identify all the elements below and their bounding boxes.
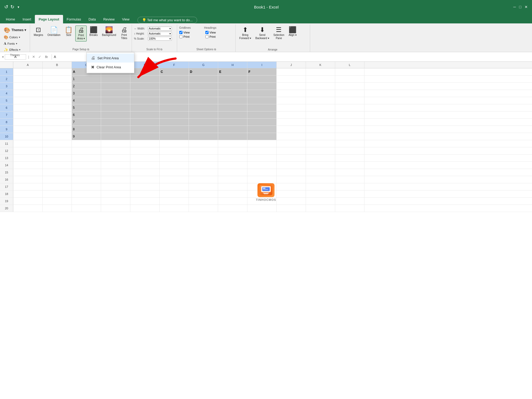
cell[interactable] bbox=[306, 140, 335, 147]
col-header-F[interactable]: F bbox=[160, 62, 189, 68]
cell[interactable] bbox=[43, 176, 72, 183]
col-header-H[interactable]: H bbox=[218, 62, 247, 68]
cell[interactable]: 3 bbox=[72, 90, 101, 97]
cell[interactable] bbox=[13, 97, 43, 104]
cell[interactable] bbox=[130, 162, 160, 169]
cell[interactable] bbox=[130, 176, 160, 183]
cell[interactable] bbox=[189, 205, 218, 212]
cell[interactable] bbox=[247, 97, 277, 104]
cell[interactable] bbox=[247, 176, 277, 183]
cell[interactable] bbox=[13, 176, 43, 183]
cell[interactable] bbox=[277, 198, 306, 205]
breaks-button[interactable]: ⬛ Breaks bbox=[88, 26, 99, 38]
cell[interactable] bbox=[189, 76, 218, 82]
cell[interactable] bbox=[130, 147, 160, 154]
cell[interactable] bbox=[72, 176, 101, 183]
cell[interactable] bbox=[189, 155, 218, 161]
cell[interactable] bbox=[218, 119, 247, 126]
cell[interactable] bbox=[101, 119, 130, 126]
cell[interactable] bbox=[160, 147, 189, 154]
cell[interactable] bbox=[189, 162, 218, 169]
cell[interactable] bbox=[43, 133, 72, 140]
fonts-button[interactable]: 𝐀 Fonts ▾ bbox=[2, 40, 28, 47]
cell[interactable] bbox=[218, 83, 247, 90]
cell[interactable] bbox=[43, 155, 72, 161]
send-backward-button[interactable]: ⬇ SendBackward ▾ bbox=[254, 26, 271, 41]
cell[interactable] bbox=[277, 183, 306, 190]
cell[interactable] bbox=[306, 68, 335, 75]
cell[interactable] bbox=[189, 104, 218, 111]
cell[interactable] bbox=[277, 169, 306, 176]
spreadsheet-area[interactable]: A B C D E F G H I J K L 1ABBCDEF21324354… bbox=[0, 62, 532, 212]
cell[interactable] bbox=[160, 140, 189, 147]
cell[interactable] bbox=[277, 111, 306, 118]
cell[interactable] bbox=[160, 133, 189, 140]
cell[interactable] bbox=[160, 126, 189, 133]
cell[interactable] bbox=[101, 133, 130, 140]
cell[interactable]: 8 bbox=[72, 126, 101, 133]
cell[interactable] bbox=[130, 97, 160, 104]
cell[interactable] bbox=[335, 111, 364, 118]
cell[interactable] bbox=[306, 198, 335, 205]
row-number[interactable]: 16 bbox=[0, 176, 13, 183]
cell[interactable] bbox=[335, 83, 364, 90]
row-number[interactable]: 12 bbox=[0, 147, 13, 154]
cell[interactable] bbox=[130, 183, 160, 190]
cell[interactable] bbox=[306, 76, 335, 82]
cell[interactable] bbox=[335, 76, 364, 82]
cell[interactable] bbox=[101, 198, 130, 205]
cell[interactable]: E bbox=[218, 68, 247, 75]
cell[interactable]: 7 bbox=[72, 119, 101, 126]
cell[interactable] bbox=[218, 76, 247, 82]
cell[interactable] bbox=[335, 140, 364, 147]
col-header-A[interactable]: A bbox=[13, 62, 43, 68]
cell[interactable] bbox=[306, 169, 335, 176]
tab-data[interactable]: Data bbox=[85, 15, 99, 23]
cell[interactable] bbox=[218, 140, 247, 147]
cell[interactable] bbox=[335, 190, 364, 197]
cell[interactable] bbox=[43, 147, 72, 154]
cell[interactable] bbox=[43, 90, 72, 97]
cell[interactable] bbox=[72, 169, 101, 176]
cell[interactable] bbox=[189, 169, 218, 176]
cell[interactable] bbox=[306, 104, 335, 111]
cell[interactable] bbox=[335, 133, 364, 140]
cell[interactable] bbox=[306, 155, 335, 161]
cell[interactable] bbox=[247, 83, 277, 90]
cell[interactable] bbox=[218, 198, 247, 205]
col-header-E[interactable]: E bbox=[130, 62, 160, 68]
cell[interactable] bbox=[247, 119, 277, 126]
cell[interactable] bbox=[101, 90, 130, 97]
cell[interactable] bbox=[218, 162, 247, 169]
cancel-formula-button[interactable]: ✕ bbox=[31, 55, 36, 59]
cell[interactable] bbox=[130, 133, 160, 140]
row-number[interactable]: 9 bbox=[0, 126, 13, 133]
margins-button[interactable]: ⊡ Margins bbox=[32, 26, 45, 38]
cell[interactable] bbox=[277, 147, 306, 154]
cell[interactable] bbox=[101, 155, 130, 161]
cell[interactable] bbox=[335, 97, 364, 104]
maximize-button[interactable]: □ bbox=[519, 5, 521, 9]
cell[interactable] bbox=[218, 111, 247, 118]
cell[interactable] bbox=[43, 205, 72, 212]
cell[interactable] bbox=[43, 169, 72, 176]
headings-view-checkbox[interactable] bbox=[205, 31, 209, 34]
cell[interactable] bbox=[218, 183, 247, 190]
cell[interactable] bbox=[335, 90, 364, 97]
cell[interactable] bbox=[43, 111, 72, 118]
cell[interactable]: D bbox=[189, 68, 218, 75]
cell[interactable] bbox=[218, 190, 247, 197]
print-area-button[interactable]: 🖨 PrintArea ▾ bbox=[75, 26, 87, 41]
cell[interactable] bbox=[13, 147, 43, 154]
cell[interactable] bbox=[13, 111, 43, 118]
cell[interactable] bbox=[335, 205, 364, 212]
cell[interactable] bbox=[160, 183, 189, 190]
cell[interactable] bbox=[160, 205, 189, 212]
cell[interactable] bbox=[130, 140, 160, 147]
cell[interactable] bbox=[277, 205, 306, 212]
cell[interactable] bbox=[160, 97, 189, 104]
cell[interactable] bbox=[189, 83, 218, 90]
col-header-L[interactable]: L bbox=[335, 62, 364, 68]
cell[interactable] bbox=[277, 133, 306, 140]
cell[interactable] bbox=[218, 90, 247, 97]
